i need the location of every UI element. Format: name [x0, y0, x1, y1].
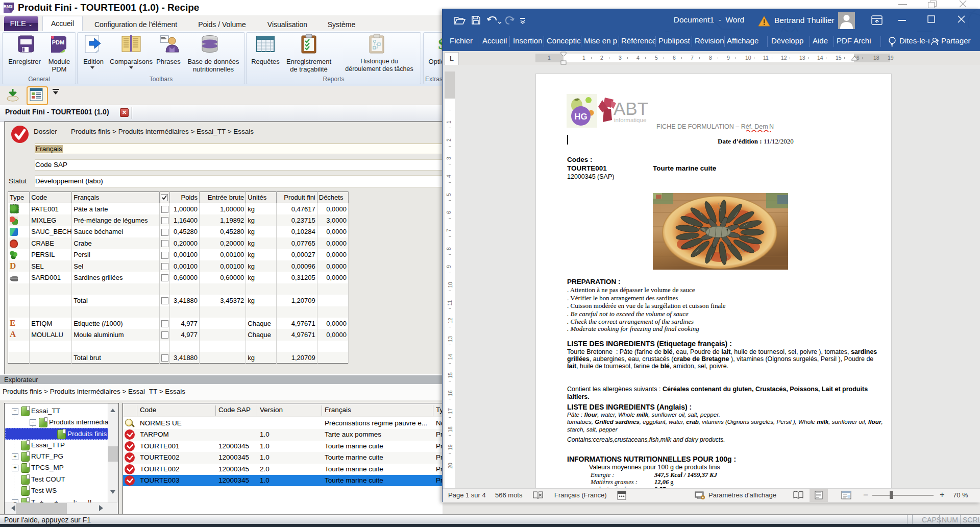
- svg-text:informatique: informatique: [614, 117, 646, 123]
- svg-text:RMS: RMS: [4, 4, 13, 9]
- svg-text:PDM: PDM: [52, 39, 64, 45]
- svg-text:HG: HG: [574, 112, 587, 122]
- svg-text:ABT: ABT: [614, 99, 648, 118]
